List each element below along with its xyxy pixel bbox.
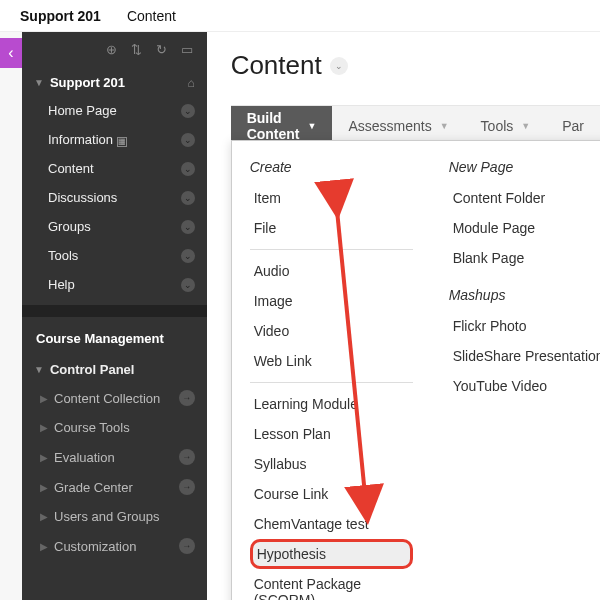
- dropdown-item-lesson-plan[interactable]: Lesson Plan: [250, 419, 413, 449]
- sidebar: ⊕ ⇅ ↻ ▭ ▼Support 201 ⌂ Home Page ⌄ Infor…: [22, 32, 207, 600]
- dropdown-item-content-folder[interactable]: Content Folder: [449, 183, 600, 213]
- sidebar-item-content[interactable]: Content ⌄: [22, 154, 207, 183]
- add-icon[interactable]: ⊕: [106, 42, 117, 57]
- sidebar-course-header[interactable]: ▼Support 201 ⌂: [22, 69, 207, 96]
- chevron-down-icon: ▼: [521, 121, 530, 131]
- dropdown-item-blank-page[interactable]: Blank Page: [449, 243, 600, 273]
- dropdown-heading-mashups: Mashups: [449, 287, 600, 303]
- dropdown-item-video[interactable]: Video: [250, 316, 413, 346]
- breadcrumb: Support 201 Content: [0, 0, 600, 32]
- options-icon[interactable]: ⌄: [181, 191, 195, 205]
- dropdown-item-hypothesis[interactable]: Hypothesis: [250, 539, 413, 569]
- dropdown-item-syllabus[interactable]: Syllabus: [250, 449, 413, 479]
- chevron-right-icon: ▶: [40, 541, 48, 552]
- sidebar-item-information[interactable]: Information▦ ⌄: [22, 125, 207, 154]
- options-icon[interactable]: ⌄: [181, 249, 195, 263]
- sidebar-item-tools[interactable]: Tools ⌄: [22, 241, 207, 270]
- reorder-icon[interactable]: ⇅: [131, 42, 142, 57]
- dropdown-item-module-page[interactable]: Module Page: [449, 213, 600, 243]
- chevron-down-icon: ▼: [34, 364, 44, 375]
- chevron-right-icon: ▶: [40, 511, 48, 522]
- sidebar-item-users-groups[interactable]: ▶Users and Groups: [22, 502, 207, 531]
- sidebar-item-discussions[interactable]: Discussions ⌄: [22, 183, 207, 212]
- page-options-icon[interactable]: ⌄: [330, 57, 348, 75]
- sidebar-item-customization[interactable]: ▶Customization →: [22, 531, 207, 561]
- home-icon[interactable]: ⌂: [187, 76, 194, 90]
- breadcrumb-course[interactable]: Support 201: [20, 8, 101, 24]
- hidden-icon: ▦: [117, 137, 127, 147]
- sidebar-item-groups[interactable]: Groups ⌄: [22, 212, 207, 241]
- chevron-down-icon: ▼: [308, 121, 317, 131]
- go-icon[interactable]: →: [179, 449, 195, 465]
- control-panel-header[interactable]: ▼Control Panel: [22, 356, 207, 383]
- dropdown-item-chemvantage[interactable]: ChemVantage test: [250, 509, 413, 539]
- chevron-down-icon: ▼: [440, 121, 449, 131]
- course-management-title: Course Management: [22, 317, 207, 356]
- go-icon[interactable]: →: [179, 390, 195, 406]
- options-icon[interactable]: ⌄: [181, 133, 195, 147]
- dropdown-item-image[interactable]: Image: [250, 286, 413, 316]
- options-icon[interactable]: ⌄: [181, 220, 195, 234]
- dropdown-item-item[interactable]: Item: [250, 183, 413, 213]
- dropdown-item-scorm[interactable]: Content Package (SCORM): [250, 569, 413, 600]
- sidebar-item-course-tools[interactable]: ▶Course Tools: [22, 413, 207, 442]
- dropdown-heading-create: Create: [250, 159, 413, 175]
- breadcrumb-page[interactable]: Content: [127, 8, 176, 24]
- page-title: Content: [231, 50, 322, 81]
- sidebar-item-evaluation[interactable]: ▶Evaluation →: [22, 442, 207, 472]
- content-area: Content ⌄ Build Content▼ Assessments▼ To…: [207, 32, 600, 600]
- dropdown-item-learning-module[interactable]: Learning Module: [250, 389, 413, 419]
- options-icon[interactable]: ⌄: [181, 104, 195, 118]
- dropdown-heading-new-page: New Page: [449, 159, 600, 175]
- chevron-right-icon: ▶: [40, 422, 48, 433]
- options-icon[interactable]: ⌄: [181, 162, 195, 176]
- sidebar-item-content-collection[interactable]: ▶Content Collection →: [22, 383, 207, 413]
- dropdown-item-youtube[interactable]: YouTube Video: [449, 371, 600, 401]
- refresh-icon[interactable]: ↻: [156, 42, 167, 57]
- go-icon[interactable]: →: [179, 479, 195, 495]
- chevron-right-icon: ▶: [40, 452, 48, 463]
- folder-icon[interactable]: ▭: [181, 42, 193, 57]
- dropdown-item-audio[interactable]: Audio: [250, 256, 413, 286]
- options-icon[interactable]: ⌄: [181, 278, 195, 292]
- dropdown-item-flickr[interactable]: Flickr Photo: [449, 311, 600, 341]
- chevron-right-icon: ▶: [40, 393, 48, 404]
- chevron-right-icon: ▶: [40, 482, 48, 493]
- dropdown-item-web-link[interactable]: Web Link: [250, 346, 413, 376]
- dropdown-item-slideshare[interactable]: SlideShare Presentation: [449, 341, 600, 371]
- sidebar-item-help[interactable]: Help ⌄: [22, 270, 207, 299]
- go-icon[interactable]: →: [179, 538, 195, 554]
- build-content-dropdown: Create Item File Audio Image Video Web L…: [231, 140, 600, 600]
- sidebar-item-grade-center[interactable]: ▶Grade Center →: [22, 472, 207, 502]
- chevron-down-icon: ▼: [34, 77, 44, 88]
- dropdown-item-file[interactable]: File: [250, 213, 413, 243]
- dropdown-item-course-link[interactable]: Course Link: [250, 479, 413, 509]
- collapse-sidebar-button[interactable]: ‹: [0, 38, 22, 68]
- sidebar-item-home-page[interactable]: Home Page ⌄: [22, 96, 207, 125]
